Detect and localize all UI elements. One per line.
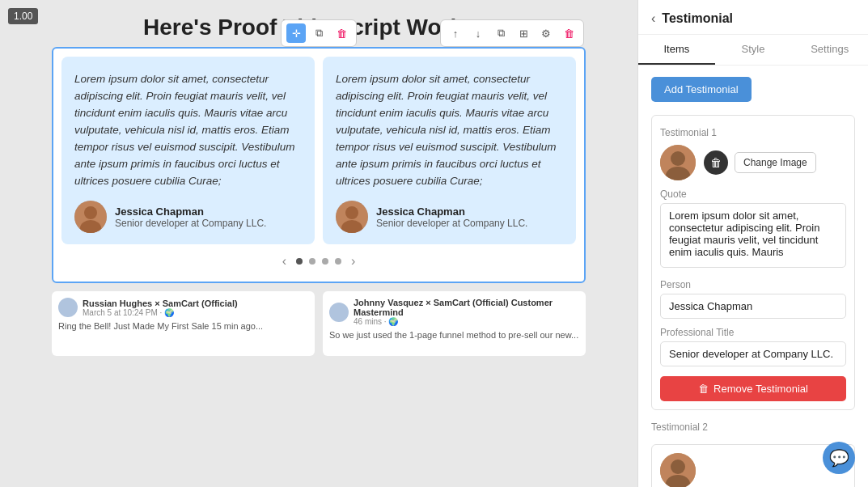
panel-tabs: Items Style Settings [638,35,868,66]
remove-testimonial-button[interactable]: 🗑 Remove Testimonial [660,376,846,401]
columns-button[interactable]: ⊞ [514,23,533,43]
testimonial-1-header: 🗑 Change Image [660,145,846,180]
carousel-dot-4[interactable] [335,258,341,265]
settings-button[interactable]: ⚙ [536,23,556,43]
quote-text-2: Lorem ipsum dolor sit amet, consectetur … [336,71,563,189]
professional-title-label: Professional Title [660,327,846,338]
bottom-card-time-1: March 5 at 10:24 PM · 🌍 [83,308,238,317]
right-panel: ‹ Testimonial Items Style Settings Add T… [637,0,868,487]
testimonial-item-1: Testimonial 1 🗑 Change Image Quote Perso… [651,115,855,410]
carousel-dot-2[interactable] [309,258,315,265]
tab-settings[interactable]: Settings [791,35,868,65]
move-button[interactable]: ✛ [286,23,306,43]
trash-button[interactable]: 🗑 [559,23,578,43]
author-title-2: Senior developer at Company LLC. [376,218,527,229]
avatar-actions: 🗑 Change Image [704,150,816,175]
bottom-card-1: Russian Hughes × SamCart (Official) Marc… [52,291,315,356]
author-1: Jessica Chapman Senior developer at Comp… [74,201,302,233]
canvas-area: 1.00 Here's Proof This Script Works... ✛… [0,0,637,487]
panel-header: ‹ Testimonial [638,0,868,35]
back-button[interactable]: ‹ [651,11,655,26]
version-badge: 1.00 [8,8,38,24]
testimonial-card-2: Lorem ipsum dolor sit amet, consectetur … [323,57,576,244]
carousel-prev[interactable]: ‹ [279,252,290,270]
move-down-button[interactable]: ↓ [468,23,488,43]
carousel-next[interactable]: › [348,252,358,270]
svg-point-1 [84,206,97,219]
person-input[interactable] [660,294,846,319]
content-block: ✛ ⧉ 🗑 ↑ ↓ ⧉ ⊞ ⚙ 🗑 Lorem ipsum dolor sit … [52,47,586,283]
bottom-card-text-1: Ring the Bell! Just Made My First Sale 1… [58,320,308,332]
person-label: Person [660,279,846,290]
duplicate-button[interactable]: ⧉ [491,23,510,43]
bottom-card-name-2: Johnny Vasquez × SamCart (Official) Cust… [354,298,579,317]
add-testimonial-button[interactable]: Add Testimonial [651,77,752,102]
tab-items[interactable]: Items [638,35,715,65]
quote-text-1: Lorem ipsum dolor sit amet, consectetur … [74,71,302,189]
author-name-2: Jessica Chapman [376,205,527,218]
delete-block-button[interactable]: 🗑 [332,23,351,43]
testimonial-card-1: Lorem ipsum dolor sit amet, consectetur … [61,57,315,244]
author-avatar-2 [336,201,368,233]
chat-bubble[interactable]: 💬 [823,442,855,474]
carousel-dot-3[interactable] [322,258,328,265]
bottom-card-name-1: Russian Hughes × SamCart (Official) [83,299,238,308]
panel-body: Add Testimonial Testimonial 1 🗑 Change I… [638,66,868,487]
testimonial-2-avatar [660,453,696,487]
quote-input[interactable] [660,203,846,268]
carousel-nav: ‹ › [61,252,576,270]
bottom-card-time-2: 46 mins · 🌍 [354,317,579,326]
panel-title: Testimonial [662,11,733,26]
bottom-card-2: Johnny Vasquez × SamCart (Official) Cust… [323,291,586,356]
bottom-strip: Russian Hughes × SamCart (Official) Marc… [52,291,586,356]
carousel-dot-1[interactable] [296,258,303,265]
change-image-button[interactable]: Change Image [735,152,816,173]
delete-avatar-button[interactable]: 🗑 [704,150,728,175]
bottom-card-text-2: So we just used the 1-page funnel method… [329,329,579,341]
svg-point-4 [345,206,358,219]
mini-avatar-2 [329,303,349,322]
author-title-1: Senior developer at Company LLC. [115,218,266,229]
author-avatar-1 [74,201,107,233]
block-toolbar-right: ↑ ↓ ⧉ ⊞ ⚙ 🗑 [440,19,584,47]
mini-avatar-1 [58,298,78,317]
block-toolbar-left: ✛ ⧉ 🗑 [281,19,357,47]
svg-point-10 [671,459,685,474]
testimonial-2-label: Testimonial 2 [651,421,855,433]
testimonials-grid: Lorem ipsum dolor sit amet, consectetur … [61,57,576,244]
author-name-1: Jessica Chapman [115,205,266,218]
quote-label: Quote [660,188,846,200]
svg-point-7 [671,151,685,166]
tab-style[interactable]: Style [715,35,792,65]
remove-icon: 🗑 [698,383,709,395]
title-input[interactable] [660,341,846,366]
testimonial-1-avatar [660,145,696,180]
testimonial-1-label: Testimonial 1 [660,127,846,138]
copy-block-button[interactable]: ⧉ [309,23,328,43]
remove-label: Remove Testimonial [713,383,808,395]
author-2: Jessica Chapman Senior developer at Comp… [336,201,563,233]
move-up-button[interactable]: ↑ [446,23,465,43]
